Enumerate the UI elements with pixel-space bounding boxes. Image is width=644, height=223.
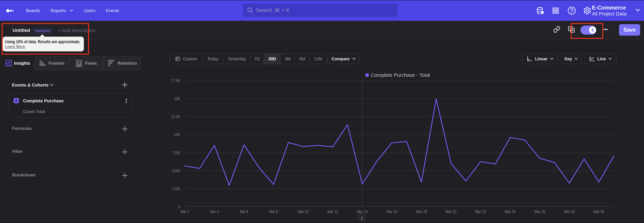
- svg-text:Mar 12: Mar 12: [327, 209, 338, 214]
- svg-text:17.5K: 17.5K: [171, 78, 180, 83]
- svg-text:Mar 4: Mar 4: [210, 209, 218, 214]
- svg-text:Mar 10: Mar 10: [298, 209, 308, 214]
- svg-text:Mar 26: Mar 26: [534, 209, 545, 214]
- svg-text:Mar 8: Mar 8: [269, 209, 278, 214]
- svg-text:Mar 22: Mar 22: [475, 209, 486, 214]
- svg-text:Mar 24: Mar 24: [505, 209, 516, 214]
- svg-text:7,500: 7,500: [172, 150, 180, 155]
- svg-text:Mar 30: Mar 30: [594, 209, 604, 214]
- svg-text:Mar 6: Mar 6: [240, 209, 248, 214]
- svg-text:0: 0: [178, 204, 180, 209]
- svg-text:10K: 10K: [174, 132, 180, 137]
- svg-text:12.5K: 12.5K: [171, 114, 180, 119]
- svg-text:Mar 18: Mar 18: [416, 209, 427, 214]
- svg-text:Mar 28: Mar 28: [564, 209, 575, 214]
- svg-text:5,000: 5,000: [172, 168, 180, 173]
- svg-text:Mar 14: Mar 14: [357, 209, 368, 214]
- svg-text:15K: 15K: [174, 96, 180, 101]
- svg-text:Mar 16: Mar 16: [386, 209, 397, 214]
- svg-text:2,500: 2,500: [172, 186, 180, 191]
- svg-text:Mar 20: Mar 20: [446, 209, 456, 214]
- svg-text:Mar 2: Mar 2: [180, 209, 189, 214]
- svg-text:1: 1: [361, 216, 363, 220]
